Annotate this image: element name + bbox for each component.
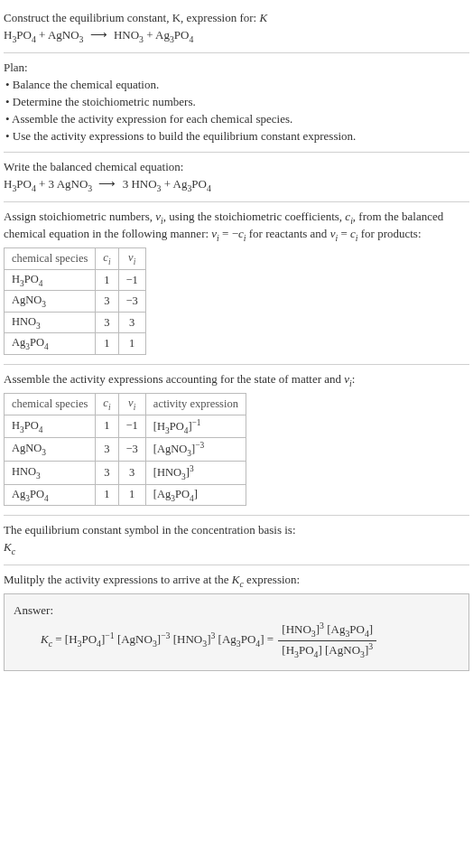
- table-row: AgNO3 3 −3 [AgNO3]−3: [5, 438, 246, 462]
- eq-text: + AgNO: [36, 28, 79, 42]
- intro-equation: H3PO4 + AgNO3 HNO3 + Ag3PO4: [4, 28, 469, 45]
- cell-vi: 3: [118, 461, 145, 484]
- symbol-section: The equilibrium constant symbol in the c…: [4, 516, 469, 565]
- plan-bullet: • Assemble the activity expression for e…: [4, 112, 469, 127]
- final-intro: Mulitply the activity expressions to arr…: [4, 573, 469, 590]
- eq-text: + Ag: [161, 177, 187, 191]
- cell-species: HNO3: [5, 461, 96, 484]
- k-letter: K: [41, 632, 49, 646]
- plan-bullet: • Balance the chemical equation.: [4, 78, 469, 93]
- eq-text: PO: [174, 28, 190, 42]
- text: Assign stoichiometric numbers,: [4, 210, 155, 223]
- cell-vi: −3: [118, 291, 145, 313]
- eq-text: PO: [16, 28, 32, 42]
- eq-sub: 4: [207, 182, 211, 192]
- balanced-section: Write the balanced chemical equation: H3…: [4, 153, 469, 202]
- cell-vi: −1: [118, 415, 145, 438]
- eq-text: 3 HNO: [123, 177, 157, 191]
- cell-vi: 3: [118, 312, 145, 333]
- balanced-equation: H3PO4 + 3 AgNO3 3 HNO3 + Ag3PO4: [4, 177, 469, 194]
- plan-bullet: • Use the activity expressions to build …: [4, 129, 469, 145]
- cell-ci: 3: [96, 312, 118, 333]
- cell-activity: [H3PO4]−1: [145, 415, 246, 438]
- table-row: HNO3 3 3: [5, 312, 146, 333]
- table-row: H3PO4 1 −1: [5, 269, 146, 291]
- col-ci: ci: [96, 248, 118, 270]
- term: PO: [81, 632, 97, 646]
- activity-intro: Assemble the activity expressions accoun…: [4, 372, 469, 389]
- cell-ci: 1: [96, 484, 118, 506]
- stoich-table: chemical species ci νi H3PO4 1 −1 AgNO3 …: [4, 247, 146, 355]
- plan-heading: Plan:: [4, 61, 469, 76]
- intro-section: Construct the equilibrium constant, K, e…: [4, 4, 469, 53]
- kc-symbol: Kc: [4, 540, 469, 557]
- sup: −3: [161, 630, 170, 640]
- stoich-section: Assign stoichiometric numbers, νi, using…: [4, 202, 469, 365]
- term: [Ag: [215, 632, 236, 646]
- intro-title: Construct the equilibrium constant, K, e…: [4, 11, 469, 26]
- equals: =: [52, 632, 65, 646]
- col-vi: νi: [118, 394, 145, 415]
- eq-sub: 3: [88, 182, 92, 192]
- answer-label: Answer:: [14, 603, 459, 619]
- cell-ci: 3: [96, 461, 118, 484]
- cell-activity: [AgNO3]−3: [145, 438, 246, 462]
- text: for products:: [357, 227, 421, 240]
- eq-text: PO: [191, 177, 207, 191]
- term: PO: [241, 632, 256, 646]
- col-ci: ci: [96, 394, 118, 415]
- term: ] =: [260, 632, 276, 646]
- cell-vi: −1: [118, 269, 145, 291]
- answer-box: Answer: Kc = [H3PO4]−1 [AgNO3]−3 [HNO3]3…: [4, 593, 469, 670]
- eq-sub: 4: [189, 33, 193, 43]
- text: , using the stoichiometric coefficients,: [163, 210, 346, 223]
- eq-text: HNO: [114, 28, 139, 42]
- eq-text: H: [4, 177, 12, 191]
- cell-ci: 1: [96, 333, 118, 355]
- final-section: Mulitply the activity expressions to arr…: [4, 565, 469, 676]
- cell-ci: 1: [96, 415, 118, 438]
- term: [AgNO: [115, 632, 153, 646]
- text: Assemble the activity expressions accoun…: [4, 372, 344, 386]
- table-row: Ag3PO4 1 1 [Ag3PO4]: [5, 484, 246, 506]
- cell-species: AgNO3: [5, 438, 96, 462]
- fraction: [HNO3]3 [Ag3PO4] [H3PO4] [AgNO3]3: [278, 621, 376, 660]
- plan-bullet: • Determine the stoichiometric numbers.: [4, 95, 469, 110]
- stoich-intro: Assign stoichiometric numbers, νi, using…: [4, 210, 469, 245]
- col-species: chemical species: [5, 394, 96, 415]
- symbol-text: The equilibrium constant symbol in the c…: [4, 523, 469, 538]
- table-row: Ag3PO4 1 1: [5, 333, 146, 355]
- text: for reactants and: [246, 227, 330, 240]
- col-activity: activity expression: [145, 394, 246, 415]
- eq-text: + 3 AgNO: [36, 177, 88, 191]
- text: =: [338, 227, 350, 240]
- cell-activity: [HNO3]3: [145, 461, 246, 484]
- term: [H: [65, 632, 78, 646]
- cell-vi: 1: [118, 333, 145, 355]
- reaction-arrow-icon: [95, 177, 119, 191]
- text: :: [352, 372, 356, 386]
- cell-vi: −3: [118, 438, 145, 462]
- eq-text: H: [4, 28, 12, 42]
- c-sub: c: [12, 546, 15, 556]
- answer-equation: Kc = [H3PO4]−1 [AgNO3]−3 [HNO3]3 [Ag3PO4…: [14, 621, 459, 660]
- table-row: HNO3 3 3 [HNO3]3: [5, 461, 246, 484]
- col-vi: νi: [118, 248, 145, 270]
- cell-species: H3PO4: [5, 269, 96, 291]
- fraction-denominator: [H3PO4] [AgNO3]3: [278, 641, 376, 661]
- sup: −1: [105, 630, 114, 640]
- plan-section: Plan: • Balance the chemical equation. •…: [4, 53, 469, 152]
- k-letter: K: [4, 540, 12, 554]
- text: expression:: [244, 573, 300, 586]
- eq-sub: 3: [79, 33, 84, 43]
- col-species: chemical species: [5, 248, 96, 270]
- cell-ci: 3: [96, 291, 118, 313]
- balanced-heading: Write the balanced chemical equation:: [4, 160, 469, 175]
- text: Mulitply the activity expressions to arr…: [4, 573, 232, 586]
- fraction-numerator: [HNO3]3 [Ag3PO4]: [278, 621, 376, 641]
- activity-section: Assemble the activity expressions accoun…: [4, 365, 469, 516]
- table-row: H3PO4 1 −1 [H3PO4]−1: [5, 415, 246, 438]
- table-row: AgNO3 3 −3: [5, 291, 146, 313]
- cell-species: Ag3PO4: [5, 484, 96, 506]
- cell-ci: 1: [96, 269, 118, 291]
